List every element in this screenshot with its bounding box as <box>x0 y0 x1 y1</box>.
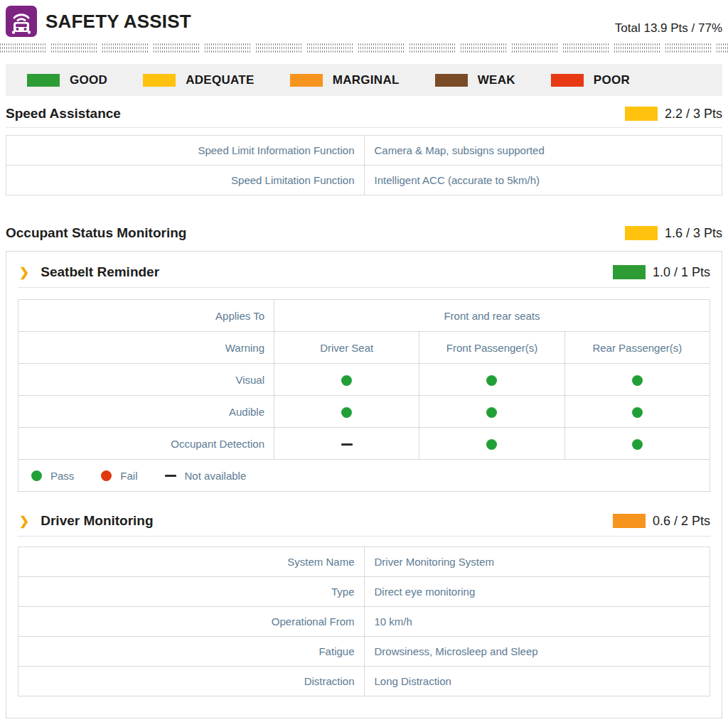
chevron-right-icon[interactable]: ❯ <box>19 266 29 279</box>
legend-label: POOR <box>594 73 630 87</box>
legend-label: GOOD <box>70 73 107 87</box>
score-swatch <box>613 514 646 528</box>
status-cell <box>564 364 710 396</box>
row-label: Applies To <box>18 300 274 332</box>
symbol-legend-cell: Pass Fail Not available <box>18 460 710 492</box>
status-cell <box>419 396 564 428</box>
subsection-title: Driver Monitoring <box>41 513 613 529</box>
legend-label: Pass <box>50 470 74 482</box>
legend-not-available: Not available <box>165 470 247 482</box>
poor-swatch <box>551 74 584 87</box>
status-cell <box>564 428 710 460</box>
status-cell <box>274 364 419 396</box>
marginal-swatch <box>290 74 323 87</box>
row-label: Visual <box>18 364 274 396</box>
seatbelt-table: Applies To Front and rear seats Warning … <box>18 299 710 492</box>
row-label: Operational From <box>18 607 365 637</box>
score-swatch <box>625 226 658 240</box>
pass-dot-icon <box>486 375 497 386</box>
pass-dot-icon <box>486 439 497 450</box>
legend-pass: Pass <box>31 470 74 482</box>
status-cell <box>419 428 564 460</box>
score-text: 2.2 / 3 Pts <box>665 107 722 122</box>
occupant-monitoring-score: 1.6 / 3 Pts <box>625 226 722 241</box>
weak-swatch <box>435 74 468 87</box>
pass-dot-icon <box>632 407 643 418</box>
table-row: Audible <box>18 396 710 428</box>
row-value: Intelligent ACC (accurate to 5km/h) <box>364 166 722 195</box>
pass-dot-icon <box>341 375 352 386</box>
good-swatch <box>27 74 60 87</box>
table-row: Distraction Long Distraction <box>18 667 710 696</box>
speed-assistance-header: Speed Assistance 2.2 / 3 Pts <box>6 96 722 128</box>
column-header: Front Passenger(s) <box>419 332 564 364</box>
table-row: System Name Driver Monitoring System <box>18 547 710 577</box>
header-divider <box>0 43 728 53</box>
legend-label: MARGINAL <box>333 73 400 87</box>
row-label: Fatigue <box>18 637 365 667</box>
legend-label: ADEQUATE <box>186 73 255 87</box>
driver-monitoring-score: 0.6 / 2 Pts <box>613 514 710 529</box>
legend-label: WEAK <box>478 73 515 87</box>
status-cell <box>274 428 419 460</box>
table-row: Fatigue Drowsiness, Microsleep and Sleep <box>18 637 710 667</box>
occupant-monitoring-panel: ❯ Seatbelt Reminder 1.0 / 1 Pts Applies … <box>6 251 722 718</box>
legend-label: Not available <box>185 470 247 482</box>
legend-item-marginal: MARGINAL <box>290 73 400 87</box>
table-row: Applies To Front and rear seats <box>18 300 710 332</box>
score-swatch <box>625 107 658 121</box>
speed-assistance-table: Speed Limit Information Function Camera … <box>6 135 722 195</box>
seatbelt-reminder-header[interactable]: ❯ Seatbelt Reminder 1.0 / 1 Pts <box>18 253 710 288</box>
row-label: Audible <box>18 396 274 428</box>
row-value: Direct eye monitoring <box>364 577 710 607</box>
score-swatch <box>613 265 646 279</box>
not-available-dash-icon <box>341 443 353 446</box>
table-row: Operational From 10 km/h <box>18 607 710 637</box>
row-value: Driver Monitoring System <box>364 547 710 577</box>
row-label: Warning <box>18 332 274 364</box>
table-row: Occupant Detection <box>18 428 710 460</box>
safety-assist-icon <box>6 6 37 37</box>
row-label: Speed Limitation Function <box>6 166 365 195</box>
status-cell <box>419 364 564 396</box>
symbol-legend: Pass Fail Not available <box>18 470 710 482</box>
table-row: Visual <box>18 364 710 396</box>
row-value: Long Distraction <box>364 667 710 696</box>
pass-dot-icon <box>632 439 643 450</box>
row-value: Drowsiness, Microsleep and Sleep <box>364 637 710 667</box>
column-header: Rear Passenger(s) <box>564 332 710 364</box>
fail-dot-icon <box>101 470 112 481</box>
adequate-swatch <box>143 74 176 87</box>
row-label: Distraction <box>18 667 365 696</box>
occupant-monitoring-header: Occupant Status Monitoring 1.6 / 3 Pts <box>6 215 722 247</box>
chevron-right-icon[interactable]: ❯ <box>19 515 29 527</box>
section-title: Occupant Status Monitoring <box>6 225 186 241</box>
score-text: 1.6 / 3 Pts <box>665 226 722 241</box>
legend-item-weak: WEAK <box>435 73 515 87</box>
legend-label: Fail <box>120 470 137 482</box>
pass-dot-icon <box>341 407 352 418</box>
row-label: Occupant Detection <box>18 428 274 460</box>
status-cell <box>274 396 419 428</box>
not-available-dash-icon <box>165 475 176 477</box>
table-row: Type Direct eye monitoring <box>18 577 710 607</box>
section-speed-assistance: Speed Assistance 2.2 / 3 Pts Speed Limit… <box>6 96 722 195</box>
speed-assistance-score: 2.2 / 3 Pts <box>625 107 722 122</box>
row-value: 10 km/h <box>364 607 710 637</box>
legend-item-poor: POOR <box>551 73 630 87</box>
driver-monitoring-header[interactable]: ❯ Driver Monitoring 0.6 / 2 Pts <box>18 502 710 537</box>
rating-legend: GOOD ADEQUATE MARGINAL WEAK POOR <box>6 64 722 96</box>
subsection-title: Seatbelt Reminder <box>41 264 613 280</box>
table-row: Pass Fail Not available <box>18 460 710 492</box>
row-value: Camera & Map, subsigns supported <box>364 136 722 166</box>
total-score: Total 13.9 Pts / 77% <box>615 21 722 37</box>
row-label: Speed Limit Information Function <box>6 136 365 166</box>
pass-dot-icon <box>632 375 643 386</box>
page-title: SAFETY ASSIST <box>46 11 191 33</box>
page-header: SAFETY ASSIST Total 13.9 Pts / 77% <box>0 0 728 41</box>
score-text: 0.6 / 2 Pts <box>653 514 710 529</box>
table-row: Speed Limit Information Function Camera … <box>6 136 722 166</box>
column-header: Driver Seat <box>274 332 419 364</box>
seatbelt-score: 1.0 / 1 Pts <box>613 265 710 280</box>
pass-dot-icon <box>31 470 42 481</box>
